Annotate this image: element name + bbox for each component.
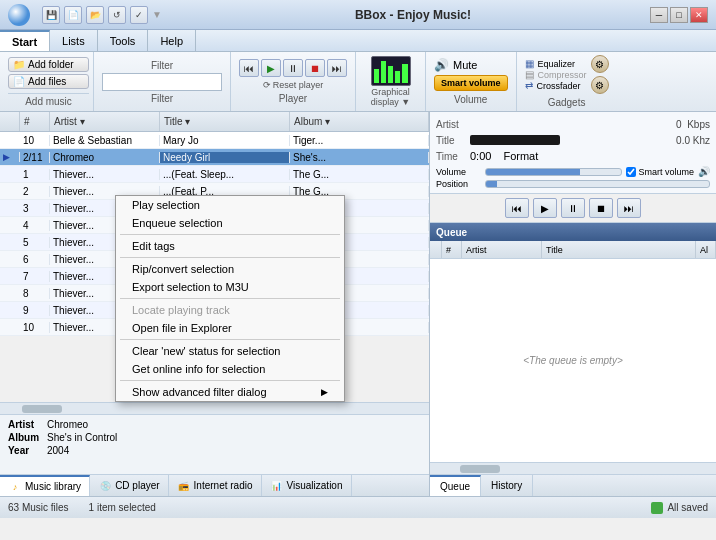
radio-icon: 📻 — [177, 479, 191, 493]
ctx-edit-tags[interactable]: Edit tags — [116, 237, 344, 255]
folder-icon: 📁 — [13, 59, 25, 70]
rpc-prev[interactable]: ⏮ — [505, 198, 529, 218]
mute-button[interactable]: Mute — [453, 59, 477, 71]
filter-input[interactable] — [102, 73, 222, 91]
bar5 — [402, 64, 407, 83]
queue-scrollbar[interactable] — [430, 462, 716, 474]
volume-slider[interactable] — [485, 168, 622, 176]
ctx-sep-1 — [120, 234, 340, 235]
ctx-advanced-filter[interactable]: Show advanced filter dialog ▶ — [116, 383, 344, 401]
tab-cd-player[interactable]: 💿 CD player — [90, 475, 168, 496]
window-controls: ─ □ ✕ — [650, 7, 708, 23]
album-info-value: She's in Control — [47, 432, 117, 443]
col-header-title[interactable]: Title ▾ — [160, 112, 290, 131]
menu-tab-tools[interactable]: Tools — [98, 30, 149, 51]
equalizer-label[interactable]: Equalizer — [538, 59, 576, 69]
np-format-label: Format — [503, 150, 538, 162]
table-row[interactable]: 10 Belle & Sebastian Mary Jo Tiger... — [0, 132, 429, 149]
close-button[interactable]: ✕ — [690, 7, 708, 23]
tab-queue[interactable]: Queue — [430, 475, 481, 496]
rpc-play[interactable]: ▶ — [533, 198, 557, 218]
np-artist-label: Artist — [436, 119, 466, 130]
year-info-value: 2004 — [47, 445, 69, 456]
position-row-label: Position — [436, 179, 481, 189]
queue-section: Queue # Artist Title Al <The queue is em… — [430, 223, 716, 474]
graph-display — [371, 56, 411, 86]
ctx-open-explorer[interactable]: Open file in Explorer — [116, 319, 344, 337]
prev-button[interactable]: ⏮ — [239, 59, 259, 77]
ctx-enqueue-selection[interactable]: Enqueue selection — [116, 214, 344, 232]
compressor-row: ▤ Compressor — [525, 69, 587, 80]
tab-history[interactable]: History — [481, 475, 533, 496]
crossfader-label[interactable]: Crossfader — [537, 81, 581, 91]
pause-button[interactable]: ⏸ — [283, 59, 303, 77]
scrollbar-thumb[interactable] — [22, 405, 62, 413]
table-row[interactable]: 1 Thiever... ...(Feat. Sleep... The G... — [0, 166, 429, 183]
tab-internet-radio[interactable]: 📻 Internet radio — [169, 475, 262, 496]
toolbar-folder[interactable]: 📂 — [86, 6, 104, 24]
file-count: 63 Music files — [8, 502, 69, 513]
track-list-scrollbar[interactable] — [0, 402, 429, 414]
toolbar-undo[interactable]: ↺ — [108, 6, 126, 24]
position-slider[interactable] — [485, 180, 710, 188]
cd-icon: 💿 — [98, 479, 112, 493]
toolbar-floppy1[interactable]: 💾 — [42, 6, 60, 24]
volume-row-label: Volume — [436, 167, 481, 177]
np-kbps: 0 Kbps — [676, 119, 710, 130]
col-header-flag[interactable] — [0, 112, 20, 131]
table-row[interactable]: ▶ 2/11 Chromeo Needy Girl She's... — [0, 149, 429, 166]
ctx-play-selection[interactable]: Play selection — [116, 196, 344, 214]
menu-tab-lists[interactable]: Lists — [50, 30, 98, 51]
ctx-rip-convert[interactable]: Rip/convert selection — [116, 260, 344, 278]
col-header-num[interactable]: # — [20, 112, 50, 131]
reset-icon: ⟳ — [263, 80, 271, 90]
stop-button[interactable]: ⏹ — [305, 59, 325, 77]
track-list-header: # Artist ▾ Title ▾ Album ▾ — [0, 112, 429, 132]
add-files-button[interactable]: 📄 Add files — [8, 74, 89, 89]
bottom-tabs: ♪ Music library 💿 CD player 📻 Internet r… — [0, 474, 429, 496]
right-player-controls: ⏮ ▶ ⏸ ⏹ ⏭ — [430, 194, 716, 223]
bar1 — [374, 69, 379, 83]
gadgets-section: ▦ Equalizer ▤ Compressor ⇄ Crossfader ⚙ … — [517, 52, 617, 111]
right-panel: Artist 0 Kbps Title 0.0 Khz Time 0:00 Fo… — [430, 112, 716, 496]
bar2 — [381, 61, 386, 83]
rpc-stop[interactable]: ⏹ — [589, 198, 613, 218]
graphical-section[interactable]: Graphicaldisplay ▼ — [356, 52, 426, 111]
menu-bar: Start Lists Tools Help — [0, 30, 716, 52]
add-folder-button[interactable]: 📁 Add folder — [8, 57, 89, 72]
play-button[interactable]: ▶ — [261, 59, 281, 77]
tab-visualization[interactable]: 📊 Visualization — [262, 475, 352, 496]
compressor-label[interactable]: Compressor — [538, 70, 587, 80]
maximize-button[interactable]: □ — [670, 7, 688, 23]
artist-info-label: Artist — [8, 419, 43, 430]
now-playing-panel: Artist 0 Kbps Title 0.0 Khz Time 0:00 Fo… — [430, 112, 716, 194]
queue-scrollbar-thumb[interactable] — [460, 465, 500, 473]
tab-music-library[interactable]: ♪ Music library — [0, 475, 90, 496]
col-header-album[interactable]: Album ▾ — [290, 112, 429, 131]
minimize-button[interactable]: ─ — [650, 7, 668, 23]
np-time-label: Time — [436, 151, 466, 162]
menu-tab-start[interactable]: Start — [0, 30, 50, 51]
smart-volume-button[interactable]: Smart volume — [434, 75, 508, 91]
toolbar-check[interactable]: ✓ — [130, 6, 148, 24]
reset-player-button[interactable]: ⟳ Reset player — [263, 80, 324, 90]
ctx-clear-new[interactable]: Clear 'new' status for selection — [116, 342, 344, 360]
ctx-get-online-info[interactable]: Get online info for selection — [116, 360, 344, 378]
smart-vol-check-input[interactable] — [626, 167, 636, 177]
np-khz: 0.0 Khz — [676, 135, 710, 146]
toolbar-floppy2[interactable]: 📄 — [64, 6, 82, 24]
volume-section: 🔊 Mute Smart volume Volume — [426, 52, 517, 111]
saved-icon — [651, 502, 663, 514]
next-button[interactable]: ⏭ — [327, 59, 347, 77]
rpc-next[interactable]: ⏭ — [617, 198, 641, 218]
filter-section-label: Filter — [151, 93, 173, 104]
col-header-artist[interactable]: Artist ▾ — [50, 112, 160, 131]
smart-volume-checkbox[interactable]: Smart volume — [626, 167, 694, 177]
gadgets-gear-bottom[interactable]: ⚙ — [591, 76, 609, 94]
rpc-pause[interactable]: ⏸ — [561, 198, 585, 218]
menu-tab-help[interactable]: Help — [148, 30, 196, 51]
add-music-section: 📁 Add folder 📄 Add files Add music — [4, 52, 94, 111]
ctx-export-m3u[interactable]: Export selection to M3U — [116, 278, 344, 296]
ctx-sep-2 — [120, 257, 340, 258]
gadgets-gear-top[interactable]: ⚙ — [591, 55, 609, 73]
